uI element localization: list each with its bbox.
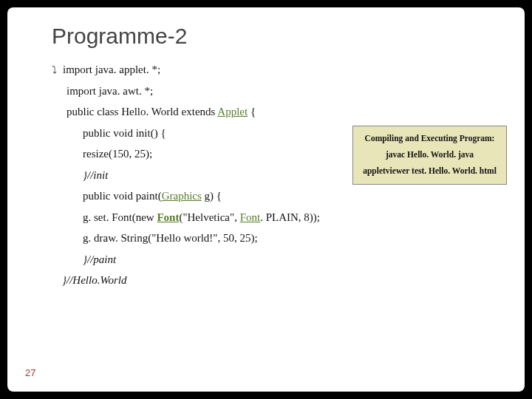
- code-line: public class Hello. World extends Applet…: [52, 101, 488, 123]
- code-text: g) {: [202, 190, 222, 202]
- code-text: g. draw. String("Hello world!", 50, 25);: [83, 232, 258, 244]
- code-text: }//Hello.World: [62, 274, 127, 286]
- code-text: resize(150, 25);: [83, 148, 152, 160]
- link-font-2[interactable]: Font: [240, 211, 261, 223]
- callout-line: javac Hello. World. java: [356, 147, 503, 163]
- code-text: ("Helvetica",: [179, 211, 239, 223]
- code-text: public void init() {: [83, 127, 166, 139]
- callout-heading: Compiling and Executing Program:: [356, 131, 503, 147]
- code-line: }//Hello.World: [52, 270, 488, 291]
- page-number: 27: [25, 367, 35, 378]
- code-text: }//init: [83, 169, 108, 181]
- code-text: import java. applet. *;: [63, 59, 160, 81]
- bullet-icon: ⤵︎: [52, 60, 57, 80]
- link-font[interactable]: Font: [157, 211, 179, 223]
- code-line: g. draw. String("Hello world!", 50, 25);: [52, 228, 488, 249]
- slide-title: Programme-2: [52, 24, 488, 49]
- code-text: {: [248, 106, 256, 117]
- callout-box: Compiling and Executing Program: javac H…: [352, 126, 507, 185]
- code-line: }//paint: [52, 249, 488, 270]
- code-text: . PLAIN, 8));: [260, 211, 320, 223]
- code-text: g. set. Font(new: [83, 211, 157, 223]
- link-applet[interactable]: Applet: [217, 106, 248, 117]
- slide: Programme-2 ⤵︎ import java. applet. *; i…: [7, 7, 525, 392]
- code-line: ⤵︎ import java. applet. *;: [52, 59, 488, 81]
- code-text: public void paint(: [83, 190, 162, 202]
- code-text: import java. awt. *;: [66, 85, 153, 97]
- code-line: import java. awt. *;: [52, 81, 488, 102]
- link-graphics[interactable]: Graphics: [162, 190, 202, 202]
- callout-line: appletviewer test. Hello. World. html: [356, 163, 503, 180]
- code-line: g. set. Font(new Font("Helvetica", Font.…: [52, 207, 488, 228]
- code-text: }//paint: [83, 253, 116, 265]
- code-text: public class Hello. World extends: [66, 106, 217, 117]
- code-line: public void paint(Graphics g) {: [52, 185, 488, 207]
